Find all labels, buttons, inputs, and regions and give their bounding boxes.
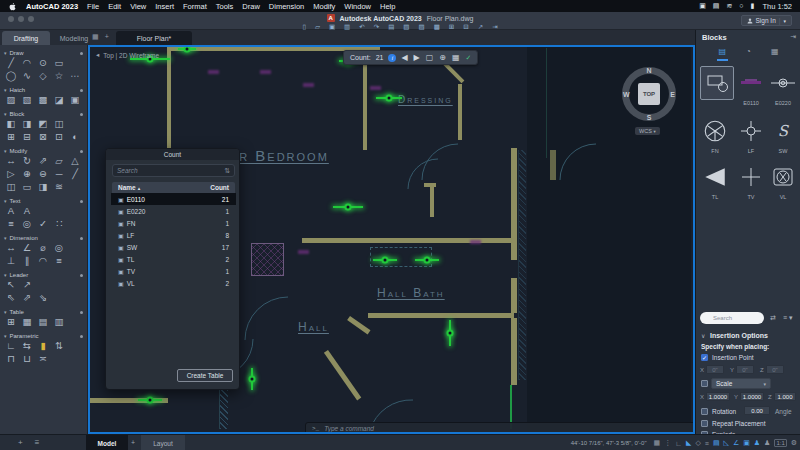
menu-view[interactable]: View xyxy=(130,2,146,11)
tab-drawing-floor-plan[interactable]: Floor Plan* xyxy=(116,31,192,45)
scale-y-field[interactable]: 1.0000 xyxy=(740,392,764,401)
menu-edit[interactable]: Edit xyxy=(108,2,121,11)
create-table-button[interactable]: Create Table xyxy=(177,369,233,382)
linear-dim-icon[interactable]: ↔ xyxy=(3,241,19,254)
repeat-placement-checkbox[interactable] xyxy=(701,420,708,427)
mtext-tool-icon[interactable]: A xyxy=(3,204,19,217)
insertion-point-checkbox[interactable]: ✓ xyxy=(701,354,708,361)
count-info-icon[interactable]: i xyxy=(388,54,396,62)
drawing-canvas[interactable]: Dressing Master Bedroom Hall Bath Hall ◂… xyxy=(88,45,695,434)
hatch-solid-icon[interactable]: ▩ xyxy=(35,93,51,106)
autoscale-icon[interactable]: ♟ xyxy=(764,439,770,447)
column-header-name[interactable]: Name xyxy=(118,184,136,191)
count-table-row[interactable]: ▣TV1 xyxy=(112,265,235,277)
section-options-dot[interactable] xyxy=(80,113,83,116)
zoom-to-counted-icon[interactable]: ▢ xyxy=(426,53,434,62)
blocks-search-input[interactable] xyxy=(700,312,764,324)
display-status-icon[interactable]: ▣ xyxy=(699,2,706,10)
trim-tool-icon[interactable]: ⊖ xyxy=(35,167,51,180)
insert-count-table-icon[interactable]: ▦ xyxy=(452,53,460,62)
constraint-swap-icon[interactable]: ⇆ xyxy=(19,339,35,352)
block-thumbnail-e0220[interactable] xyxy=(768,68,798,98)
section-options-dot[interactable] xyxy=(80,274,83,277)
counted-block-highlight[interactable] xyxy=(178,48,196,50)
rotation-checkbox[interactable] xyxy=(701,408,708,415)
section-options-dot[interactable] xyxy=(80,89,83,92)
tab-drafting[interactable]: Drafting xyxy=(2,31,50,45)
block-sync-icon[interactable]: ◐ xyxy=(67,130,83,143)
text-style-icon[interactable]: ∷ xyxy=(51,217,67,230)
dim-style-icon[interactable]: ≡ xyxy=(51,254,67,267)
count-palette-title[interactable]: Count xyxy=(106,149,239,160)
column-header-count[interactable]: Count xyxy=(210,184,229,191)
settings-gear-icon[interactable]: ⚙ xyxy=(791,439,797,447)
attribute-manage-icon[interactable]: ⊠ xyxy=(35,130,51,143)
annotation-scale-icon[interactable]: 1:1 xyxy=(774,439,786,447)
viewport-controls[interactable]: ◂ Top | 2D Wireframe xyxy=(96,51,159,59)
section-header-table[interactable]: ▾Table xyxy=(0,307,87,315)
join-tool-icon[interactable]: ▭ xyxy=(19,180,35,193)
block-libraries-icon[interactable]: ▦ xyxy=(769,47,781,61)
counted-block-highlight[interactable] xyxy=(373,259,397,261)
menu-help[interactable]: Help xyxy=(380,2,395,11)
tab-model[interactable]: Model xyxy=(86,435,128,450)
count-table-row[interactable]: ▣TL2 xyxy=(112,253,235,265)
block-thumbnail-fn[interactable] xyxy=(700,116,730,146)
constraint-parallel-icon[interactable]: ⊓ xyxy=(3,352,19,365)
finish-count-icon[interactable]: ✓ xyxy=(466,54,472,62)
isometric-drafting-icon[interactable]: ◇ xyxy=(695,439,700,447)
menu-window[interactable]: Window xyxy=(344,2,371,11)
leader-align-icon[interactable]: ⇘ xyxy=(35,291,51,304)
multileader-icon[interactable]: ↖ xyxy=(3,278,19,291)
current-drawing-blocks-icon[interactable]: ▤ xyxy=(717,47,729,61)
count-table-row[interactable]: ▣SW17 xyxy=(112,241,235,253)
hatch-boundary-icon[interactable]: ◪ xyxy=(51,93,67,106)
counted-block-highlight[interactable] xyxy=(449,320,451,346)
explode-tool-icon[interactable]: ◫ xyxy=(3,180,19,193)
palette-options-icon[interactable]: ≡ xyxy=(35,438,40,447)
write-block-icon[interactable]: ◫ xyxy=(51,117,67,130)
section-header-parametric[interactable]: ▾Parametric xyxy=(0,331,87,339)
annotation-visibility-icon[interactable]: ♟ xyxy=(754,439,760,447)
scale-x-field[interactable]: 1.0000 xyxy=(706,392,730,401)
viewcube-west[interactable]: W xyxy=(623,91,630,98)
section-options-dot[interactable] xyxy=(80,335,83,338)
block-thumbnail-sw[interactable]: S xyxy=(768,116,798,146)
count-search-input[interactable] xyxy=(117,167,224,174)
ordinate-dim-icon[interactable]: ⊥ xyxy=(3,254,19,267)
find-text-icon[interactable]: ◎ xyxy=(19,217,35,230)
keyboard-status-icon[interactable]: ▤ xyxy=(713,2,720,10)
menu-dimension[interactable]: Dimension xyxy=(269,2,304,11)
insertion-options-chevron-icon[interactable]: ∨ xyxy=(701,332,705,339)
menubar-app-name[interactable]: AutoCAD 2023 xyxy=(26,2,78,11)
section-options-dot[interactable] xyxy=(80,52,83,55)
menu-file[interactable]: File xyxy=(87,2,99,11)
table-export-icon[interactable]: ▤ xyxy=(35,315,51,328)
section-header-block[interactable]: ▾Block xyxy=(0,109,87,117)
viewcube-east[interactable]: E xyxy=(670,91,675,98)
block-thumbnail-lf[interactable] xyxy=(736,116,766,146)
count-table-row[interactable]: ▣E02201 xyxy=(112,205,235,217)
geometric-constraint-icon[interactable]: ∟ xyxy=(3,339,19,352)
insertion-y-field[interactable]: 0" xyxy=(736,365,754,374)
panel-collapse-icon[interactable]: ⇥ xyxy=(790,33,796,41)
section-header-hatch[interactable]: ▾Hatch xyxy=(0,85,87,93)
section-header-draw[interactable]: ▾Draw xyxy=(0,48,87,56)
new-drawing-tab-button[interactable]: + xyxy=(105,33,109,41)
constraint-smooth-icon[interactable]: ⊔ xyxy=(19,352,35,365)
add-palette-icon[interactable]: + xyxy=(18,438,23,447)
angular-dim-icon[interactable]: ∠ xyxy=(19,241,35,254)
polar-tracking-icon[interactable]: ◣ xyxy=(686,439,691,447)
insertion-x-field[interactable]: 0" xyxy=(706,365,724,374)
array-tool-icon[interactable]: ⊕ xyxy=(19,167,35,180)
dynamic-input-icon[interactable]: ∠ xyxy=(733,439,739,447)
scale-checkbox[interactable] xyxy=(701,380,708,387)
section-options-dot[interactable] xyxy=(80,237,83,240)
create-block-icon[interactable]: ◨ xyxy=(19,117,35,130)
rectangle-tool-icon[interactable]: ▭ xyxy=(51,56,67,69)
leader-add-icon[interactable]: ⇖ xyxy=(3,291,19,304)
viewcube-top-face[interactable]: TOP xyxy=(638,83,660,105)
apple-menu-icon[interactable] xyxy=(8,2,17,11)
leader-edit-icon[interactable]: ↗ xyxy=(19,278,35,291)
offset-tool-icon[interactable]: ▷ xyxy=(3,167,19,180)
